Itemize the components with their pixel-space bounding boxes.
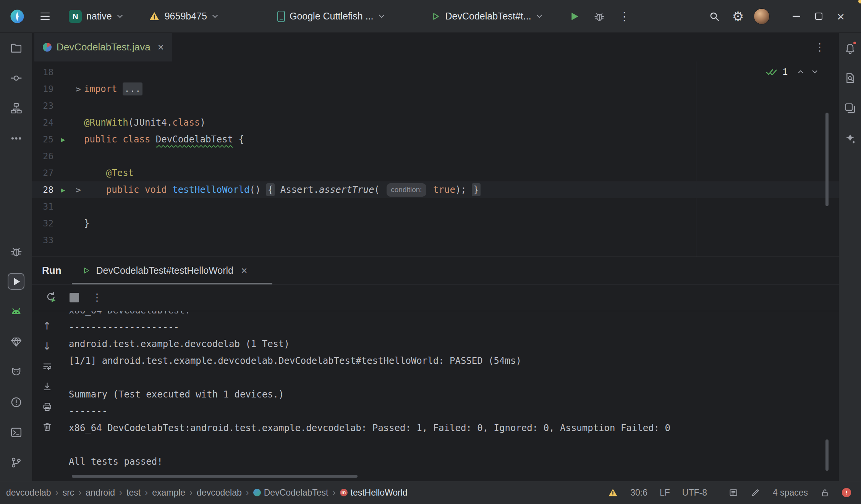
breadcrumb-devcodelab[interactable]: devcodelab (6, 488, 51, 498)
reader-mode-toggle[interactable] (728, 488, 738, 498)
indent-setting[interactable]: 4 spaces (773, 488, 808, 498)
next-problem-chevron-icon[interactable] (811, 68, 819, 76)
line-number: 19 (32, 84, 53, 94)
line-separator[interactable]: LF (660, 488, 670, 498)
up-the-stack-trace-button[interactable]: ↑ (40, 319, 54, 333)
run-tab-close-icon[interactable]: × (241, 265, 247, 276)
run-gutter-icon[interactable]: ▶ (53, 135, 73, 144)
breadcrumb-testHelloWorld[interactable]: mtestHelloWorld (340, 488, 408, 498)
code-line-26[interactable]: 26 (32, 148, 839, 165)
file-encoding[interactable]: UTF-8 (682, 488, 707, 498)
code-line-18[interactable]: 18 (32, 64, 839, 81)
code-line-24[interactable]: 24@RunWith(JUnit4.class) (32, 114, 839, 131)
commit-icon (10, 72, 23, 84)
tab-options-kebab-icon[interactable]: ⋮ (814, 41, 825, 53)
scroll-to-end-button[interactable] (40, 380, 54, 393)
chevron-down-icon (117, 12, 123, 18)
console-hscrollbar[interactable] (72, 475, 358, 478)
code-text: import ... (84, 82, 142, 95)
breadcrumb-separator: › (55, 487, 58, 498)
console-vscrollbar[interactable] (825, 439, 829, 471)
search-everywhere-button[interactable] (704, 6, 724, 26)
stop-button[interactable] (66, 290, 82, 305)
minimize-button[interactable] (785, 5, 808, 27)
analysis-warning-indicator[interactable] (608, 488, 618, 498)
resource-manager-button[interactable] (842, 100, 858, 116)
breadcrumb-src[interactable]: src (63, 488, 74, 498)
run-tab[interactable]: DevCodelabTest#testHelloWorld × (72, 257, 257, 284)
project-tool-button[interactable] (8, 39, 24, 56)
version-control-tool-button[interactable] (8, 454, 24, 471)
code-token: ); (455, 184, 466, 195)
code-line-33[interactable]: 33 (32, 232, 839, 249)
clear-console-button[interactable] (40, 420, 54, 434)
code-token (466, 184, 472, 195)
device-file-explorer-button[interactable] (842, 69, 858, 86)
breadcrumb-example[interactable]: example (152, 488, 185, 498)
run-configuration-selector[interactable]: DevCodelabTest#t... (425, 8, 547, 25)
code-line-28[interactable]: 28▶> public void testHelloWorld() { Asse… (32, 181, 839, 198)
device-selector[interactable]: Google Cuttlefish ... (272, 8, 390, 25)
structure-tool-button[interactable] (8, 100, 24, 116)
highlighting-level[interactable] (751, 488, 761, 498)
prev-problem-chevron-icon[interactable] (796, 68, 805, 76)
logcat-tool-button[interactable] (8, 303, 24, 320)
avatar (754, 8, 770, 24)
inspection-count: 1 (783, 66, 788, 77)
inspections-widget[interactable]: 1 (766, 66, 819, 78)
console-line (69, 436, 839, 453)
debug-tool-button[interactable] (8, 243, 24, 260)
tab-close-icon[interactable]: × (158, 42, 164, 53)
code-editor[interactable]: 1819>import ...2324@RunWith(JUnit4.class… (32, 61, 839, 257)
run-gutter-icon[interactable]: ▶ (53, 186, 73, 194)
project-selector[interactable]: N native (63, 7, 128, 26)
breadcrumb-android[interactable]: android (86, 488, 115, 498)
more-actions-button[interactable]: ⋮ (615, 6, 634, 26)
breadcrumb-devcodelab[interactable]: devcodelab (197, 488, 242, 498)
code-line-23[interactable]: 23 (32, 97, 839, 114)
code-line-27[interactable]: 27 @Test (32, 165, 839, 181)
code-line-25[interactable]: 25▶public class DevCodelabTest { (32, 131, 839, 148)
breadcrumb-test[interactable]: test (126, 488, 141, 498)
down-the-stack-trace-button[interactable]: ↓ (40, 339, 54, 353)
git-branch-icon (10, 456, 23, 469)
fold-chevron-icon[interactable]: > (73, 84, 84, 94)
gemini-button[interactable] (842, 130, 858, 147)
debug-button[interactable] (589, 6, 609, 26)
arrow-up-icon: ↑ (43, 321, 52, 331)
console-more-options-button[interactable]: ⋮ (89, 290, 105, 305)
console-output[interactable]: x86_64 DevCodelabTest:------------------… (62, 311, 839, 481)
left-tool-stripe (0, 33, 32, 481)
code-line-32[interactable]: 32} (32, 215, 839, 232)
soft-wrap-button[interactable] (40, 359, 54, 373)
code-line-31[interactable]: 31 (32, 198, 839, 215)
print-button[interactable] (40, 400, 54, 414)
fatal-error-badge[interactable]: ! (842, 488, 851, 497)
code-text: public class DevCodelabTest { (84, 134, 244, 145)
terminal-tool-button[interactable] (8, 424, 24, 441)
code-line-19[interactable]: 19>import ... (32, 81, 839, 97)
notifications-button[interactable] (842, 39, 858, 56)
profile-avatar[interactable] (752, 6, 772, 26)
maximize-button[interactable] (808, 5, 830, 27)
breadcrumb-label: devcodelab (6, 488, 51, 498)
editor-scrollbar[interactable] (825, 113, 829, 206)
run-button[interactable] (564, 6, 584, 26)
app-quality-insights-tool-button[interactable] (8, 363, 24, 380)
close-button[interactable]: × (830, 5, 852, 27)
editor-tab[interactable]: DevCodelabTest.java × (34, 33, 172, 61)
problems-tool-button[interactable] (8, 394, 24, 410)
rerun-button[interactable] (44, 290, 59, 305)
fold-chevron-icon[interactable]: > (73, 185, 84, 195)
more-tool-windows-button[interactable] (8, 130, 24, 147)
commit-tool-button[interactable] (8, 69, 24, 86)
run-tool-button[interactable] (8, 273, 24, 290)
main-menu-button[interactable] (37, 10, 53, 23)
vcs-branch-selector[interactable]: 9659b475 (143, 8, 223, 25)
device-manager-tool-button[interactable] (8, 333, 24, 350)
settings-button[interactable]: ⚙ (728, 6, 748, 26)
file-lock-toggle[interactable] (820, 488, 830, 498)
caret-position[interactable]: 30:6 (630, 488, 647, 498)
console-line: ------- (69, 403, 839, 420)
breadcrumb-DevCodelabTest[interactable]: DevCodelabTest (253, 488, 329, 498)
